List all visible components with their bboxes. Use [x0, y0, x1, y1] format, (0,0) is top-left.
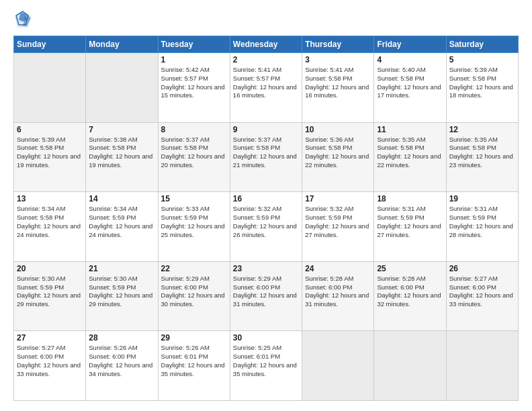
- calendar-cell: 17Sunrise: 5:32 AMSunset: 5:59 PMDayligh…: [302, 192, 374, 262]
- calendar-cell: 4Sunrise: 5:40 AMSunset: 5:58 PMDaylight…: [374, 53, 446, 123]
- day-info: Sunrise: 5:39 AMSunset: 5:58 PMDaylight:…: [449, 66, 515, 100]
- day-info: Sunrise: 5:38 AMSunset: 5:58 PMDaylight:…: [89, 136, 154, 170]
- day-number: 29: [161, 333, 227, 342]
- calendar-cell: 14Sunrise: 5:34 AMSunset: 5:59 PMDayligh…: [86, 192, 158, 262]
- day-info: Sunrise: 5:30 AMSunset: 5:59 PMDaylight:…: [89, 275, 154, 309]
- calendar-cell: 28Sunrise: 5:26 AMSunset: 6:00 PMDayligh…: [86, 331, 158, 401]
- day-info: Sunrise: 5:31 AMSunset: 5:59 PMDaylight:…: [377, 205, 443, 239]
- day-number: 12: [449, 125, 515, 134]
- day-info: Sunrise: 5:27 AMSunset: 6:00 PMDaylight:…: [17, 344, 83, 378]
- calendar-cell: 16Sunrise: 5:32 AMSunset: 5:59 PMDayligh…: [230, 192, 302, 262]
- weekday-header-monday: Monday: [86, 36, 158, 53]
- week-row-1: 1Sunrise: 5:42 AMSunset: 5:57 PMDaylight…: [14, 53, 519, 123]
- calendar-cell: 13Sunrise: 5:34 AMSunset: 5:58 PMDayligh…: [14, 192, 86, 262]
- weekday-header-tuesday: Tuesday: [158, 36, 230, 53]
- day-number: 17: [305, 194, 371, 203]
- week-row-3: 13Sunrise: 5:34 AMSunset: 5:58 PMDayligh…: [14, 192, 519, 262]
- day-number: 28: [89, 333, 154, 342]
- calendar-cell: 29Sunrise: 5:26 AMSunset: 6:01 PMDayligh…: [158, 331, 230, 401]
- day-number: 2: [233, 55, 299, 64]
- calendar-cell: 3Sunrise: 5:41 AMSunset: 5:58 PMDaylight…: [302, 53, 374, 123]
- calendar-cell: 27Sunrise: 5:27 AMSunset: 6:00 PMDayligh…: [14, 331, 86, 401]
- day-info: Sunrise: 5:26 AMSunset: 6:01 PMDaylight:…: [161, 344, 227, 378]
- calendar-cell: 23Sunrise: 5:29 AMSunset: 6:00 PMDayligh…: [230, 261, 302, 331]
- calendar-cell: 2Sunrise: 5:41 AMSunset: 5:57 PMDaylight…: [230, 53, 302, 123]
- day-info: Sunrise: 5:34 AMSunset: 5:59 PMDaylight:…: [89, 205, 154, 239]
- day-info: Sunrise: 5:33 AMSunset: 5:59 PMDaylight:…: [161, 205, 227, 239]
- day-number: 9: [233, 125, 299, 134]
- day-info: Sunrise: 5:28 AMSunset: 6:00 PMDaylight:…: [305, 275, 371, 309]
- day-info: Sunrise: 5:37 AMSunset: 5:58 PMDaylight:…: [161, 136, 227, 170]
- calendar-cell: 15Sunrise: 5:33 AMSunset: 5:59 PMDayligh…: [158, 192, 230, 262]
- weekday-header-wednesday: Wednesday: [230, 36, 302, 53]
- week-row-5: 27Sunrise: 5:27 AMSunset: 6:00 PMDayligh…: [14, 331, 519, 401]
- logo: [13, 10, 34, 29]
- day-number: 24: [305, 264, 371, 273]
- day-number: 20: [17, 264, 83, 273]
- day-info: Sunrise: 5:30 AMSunset: 5:59 PMDaylight:…: [17, 275, 83, 309]
- header: [13, 10, 519, 29]
- calendar-cell: 18Sunrise: 5:31 AMSunset: 5:59 PMDayligh…: [374, 192, 446, 262]
- week-row-2: 6Sunrise: 5:39 AMSunset: 5:58 PMDaylight…: [14, 122, 519, 192]
- day-info: Sunrise: 5:32 AMSunset: 5:59 PMDaylight:…: [305, 205, 371, 239]
- calendar-cell: 25Sunrise: 5:28 AMSunset: 6:00 PMDayligh…: [374, 261, 446, 331]
- calendar-cell: [446, 331, 518, 401]
- day-number: 27: [17, 333, 83, 342]
- day-number: 8: [161, 125, 227, 134]
- week-row-4: 20Sunrise: 5:30 AMSunset: 5:59 PMDayligh…: [14, 261, 519, 331]
- day-number: 16: [233, 194, 299, 203]
- calendar-cell: [86, 53, 158, 123]
- day-info: Sunrise: 5:41 AMSunset: 5:57 PMDaylight:…: [233, 66, 299, 100]
- calendar-cell: [14, 53, 86, 123]
- day-info: Sunrise: 5:34 AMSunset: 5:58 PMDaylight:…: [17, 205, 83, 239]
- calendar-cell: 26Sunrise: 5:27 AMSunset: 6:00 PMDayligh…: [446, 261, 518, 331]
- weekday-header-row: SundayMondayTuesdayWednesdayThursdayFrid…: [14, 36, 519, 53]
- calendar-cell: 6Sunrise: 5:39 AMSunset: 5:58 PMDaylight…: [14, 122, 86, 192]
- weekday-header-sunday: Sunday: [14, 36, 86, 53]
- day-number: 6: [17, 125, 83, 134]
- day-info: Sunrise: 5:39 AMSunset: 5:58 PMDaylight:…: [17, 136, 83, 170]
- calendar-cell: 21Sunrise: 5:30 AMSunset: 5:59 PMDayligh…: [86, 261, 158, 331]
- page: SundayMondayTuesdayWednesdayThursdayFrid…: [0, 0, 532, 411]
- day-info: Sunrise: 5:41 AMSunset: 5:58 PMDaylight:…: [305, 66, 371, 100]
- day-number: 19: [449, 194, 515, 203]
- calendar-cell: 10Sunrise: 5:36 AMSunset: 5:58 PMDayligh…: [302, 122, 374, 192]
- calendar-cell: [302, 331, 374, 401]
- day-info: Sunrise: 5:35 AMSunset: 5:58 PMDaylight:…: [377, 136, 443, 170]
- day-number: 21: [89, 264, 154, 273]
- day-number: 10: [305, 125, 371, 134]
- calendar-table: SundayMondayTuesdayWednesdayThursdayFrid…: [13, 36, 519, 401]
- day-info: Sunrise: 5:36 AMSunset: 5:58 PMDaylight:…: [305, 136, 371, 170]
- calendar-cell: 7Sunrise: 5:38 AMSunset: 5:58 PMDaylight…: [86, 122, 158, 192]
- day-info: Sunrise: 5:29 AMSunset: 6:00 PMDaylight:…: [233, 275, 299, 309]
- day-info: Sunrise: 5:26 AMSunset: 6:00 PMDaylight:…: [89, 344, 154, 378]
- day-number: 4: [377, 55, 443, 64]
- calendar-cell: 19Sunrise: 5:31 AMSunset: 5:59 PMDayligh…: [446, 192, 518, 262]
- day-number: 11: [377, 125, 443, 134]
- day-number: 3: [305, 55, 371, 64]
- day-number: 22: [161, 264, 227, 273]
- calendar-cell: 11Sunrise: 5:35 AMSunset: 5:58 PMDayligh…: [374, 122, 446, 192]
- calendar-cell: 20Sunrise: 5:30 AMSunset: 5:59 PMDayligh…: [14, 261, 86, 331]
- weekday-header-thursday: Thursday: [302, 36, 374, 53]
- day-info: Sunrise: 5:40 AMSunset: 5:58 PMDaylight:…: [377, 66, 443, 100]
- calendar-cell: 24Sunrise: 5:28 AMSunset: 6:00 PMDayligh…: [302, 261, 374, 331]
- calendar-cell: 22Sunrise: 5:29 AMSunset: 6:00 PMDayligh…: [158, 261, 230, 331]
- day-number: 23: [233, 264, 299, 273]
- day-number: 13: [17, 194, 83, 203]
- day-info: Sunrise: 5:25 AMSunset: 6:01 PMDaylight:…: [233, 344, 299, 378]
- calendar-cell: [374, 331, 446, 401]
- calendar-cell: 9Sunrise: 5:37 AMSunset: 5:58 PMDaylight…: [230, 122, 302, 192]
- calendar-cell: 5Sunrise: 5:39 AMSunset: 5:58 PMDaylight…: [446, 53, 518, 123]
- calendar-cell: 8Sunrise: 5:37 AMSunset: 5:58 PMDaylight…: [158, 122, 230, 192]
- weekday-header-saturday: Saturday: [446, 36, 518, 53]
- day-number: 15: [161, 194, 227, 203]
- day-info: Sunrise: 5:37 AMSunset: 5:58 PMDaylight:…: [233, 136, 299, 170]
- day-info: Sunrise: 5:29 AMSunset: 6:00 PMDaylight:…: [161, 275, 227, 309]
- day-info: Sunrise: 5:35 AMSunset: 5:58 PMDaylight:…: [449, 136, 515, 170]
- day-number: 5: [449, 55, 515, 64]
- logo-icon: [13, 10, 32, 29]
- weekday-header-friday: Friday: [374, 36, 446, 53]
- day-info: Sunrise: 5:28 AMSunset: 6:00 PMDaylight:…: [377, 275, 443, 309]
- calendar-body: 1Sunrise: 5:42 AMSunset: 5:57 PMDaylight…: [14, 53, 519, 401]
